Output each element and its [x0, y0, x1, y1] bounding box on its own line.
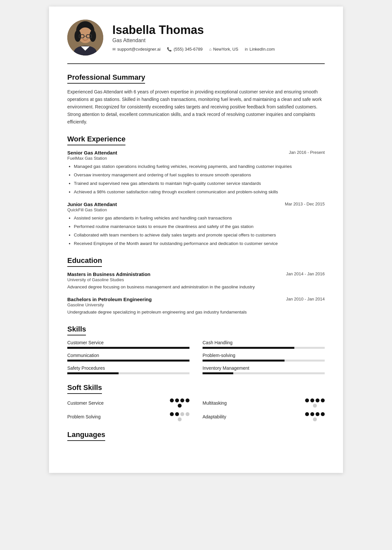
job-2-company: QuickFill Gas Station: [67, 207, 325, 212]
dot: [180, 398, 184, 402]
job-2-bullet-4: Received Employee of the Month award for…: [74, 240, 325, 247]
location-text: NewYork, US: [213, 47, 238, 52]
skill-safety-procedures-label: Safety Procedures: [67, 365, 189, 371]
dot: [175, 412, 179, 416]
dot: [180, 412, 184, 416]
job-1-bullets: Managed gas station operations including…: [67, 163, 325, 196]
candidate-name: Isabella Thomas: [112, 24, 325, 37]
dot: [305, 398, 309, 402]
contact-phone: 📞 (555) 345-6789: [167, 47, 203, 52]
job-2-header: Junior Gas Attendant Mar 2013 - Dec 2015: [67, 202, 325, 207]
job-2-date: Mar 2013 - Dec 2015: [285, 202, 325, 206]
soft-skills-title: Soft Skills: [67, 383, 102, 394]
skill-communication: Communication: [67, 353, 189, 362]
soft-skill-customer-service-dots: [170, 398, 189, 408]
edu-2-school: Gasoline University: [67, 302, 325, 307]
skill-problem-solving-fill: [203, 360, 285, 362]
job-2: Junior Gas Attendant Mar 2013 - Dec 2015…: [67, 202, 325, 247]
dot: [186, 412, 189, 416]
job-1-title: Senior Gas Attendant: [67, 150, 117, 155]
skill-cash-handling-bar: [203, 347, 325, 349]
professional-summary-text: Experienced Gas Attendant with 6 years o…: [67, 88, 325, 126]
education-section: Education Masters in Business Administra…: [67, 256, 325, 316]
work-experience-title: Work Experience: [67, 135, 125, 145]
soft-skill-problem-solving-dots: [170, 412, 189, 421]
job-2-bullets: Assisted senior gas attendants in fuelin…: [67, 215, 325, 247]
header-info: Isabella Thomas Gas Attendant ✉ support@…: [112, 24, 325, 52]
skill-problem-solving: Problem-solving: [203, 353, 325, 362]
skill-customer-service: Customer Service: [67, 340, 189, 349]
skill-safety-procedures: Safety Procedures: [67, 365, 189, 374]
edu-2-header: Bachelors in Petroleum Engineering Jan 2…: [67, 297, 325, 302]
edu-2-degree: Bachelors in Petroleum Engineering: [67, 297, 152, 302]
contact-location: ⌂ NewYork, US: [209, 47, 238, 52]
skills-title: Skills: [67, 325, 86, 335]
phone-text: (555) 345-6789: [173, 47, 203, 52]
skill-safety-procedures-fill: [67, 372, 119, 374]
skill-problem-solving-label: Problem-solving: [203, 353, 325, 358]
education-title: Education: [67, 256, 102, 267]
soft-skill-multitasking-dots: [305, 398, 325, 408]
skill-inventory-management-fill: [203, 372, 233, 374]
job-2-bullet-1: Assisted senior gas attendants in fuelin…: [74, 215, 325, 222]
contact-row: ✉ support@cvdesigner.ai 📞 (555) 345-6789…: [112, 47, 325, 52]
professional-summary-title: Professional Summary: [67, 73, 145, 84]
email-icon: ✉: [112, 47, 116, 52]
job-1-bullet-1: Managed gas station operations including…: [74, 163, 325, 170]
skill-safety-procedures-bar: [67, 372, 189, 374]
skill-inventory-management: Inventory Management: [203, 365, 325, 374]
work-experience-section: Work Experience Senior Gas Attendant Jan…: [67, 135, 325, 247]
skill-customer-service-fill: [67, 347, 189, 349]
edu-1-date: Jan 2014 - Jan 2016: [286, 271, 325, 276]
skill-cash-handling: Cash Handling: [203, 340, 325, 349]
svg-point-4: [90, 30, 96, 42]
skill-cash-handling-label: Cash Handling: [203, 340, 325, 345]
edu-1: Masters in Business Administration Jan 2…: [67, 271, 325, 291]
location-icon: ⌂: [209, 47, 211, 52]
dot: [170, 398, 174, 402]
dot: [321, 412, 325, 416]
email-text: support@cvdesigner.ai: [117, 47, 160, 52]
job-1-bullet-2: Oversaw inventory management and orderin…: [74, 172, 325, 179]
edu-2-desc: Undergraduate degree specializing in pet…: [67, 309, 325, 316]
header: Isabella Thomas Gas Attendant ✉ support@…: [67, 20, 325, 64]
skill-problem-solving-bar: [203, 360, 325, 362]
job-2-bullet-2: Performed routine maintenance tasks to e…: [74, 223, 325, 230]
dot: [310, 398, 314, 402]
dot: [313, 417, 317, 421]
soft-skill-adaptability-dots: [305, 412, 325, 421]
job-1-date: Jan 2016 - Present: [289, 150, 325, 155]
dot: [316, 398, 319, 402]
edu-1-desc: Advanced degree focusing on business man…: [67, 284, 325, 291]
job-2-bullet-3: Collaborated with team members to achiev…: [74, 232, 325, 239]
resume-container: Isabella Thomas Gas Attendant ✉ support@…: [49, 7, 343, 473]
edu-2: Bachelors in Petroleum Engineering Jan 2…: [67, 297, 325, 316]
soft-skill-problem-solving-label: Problem Solving: [67, 414, 101, 419]
edu-2-date: Jan 2010 - Jan 2014: [286, 297, 325, 301]
linkedin-icon: in: [245, 47, 248, 52]
dot: [178, 404, 182, 408]
phone-icon: 📞: [167, 47, 172, 52]
skill-customer-service-label: Customer Service: [67, 340, 189, 345]
soft-skills-section: Soft Skills Customer Service: [67, 383, 325, 421]
soft-skill-multitasking: Multitasking: [203, 398, 325, 408]
dot: [175, 398, 179, 402]
contact-email: ✉ support@cvdesigner.ai: [112, 47, 160, 52]
job-1-bullet-3: Trained and supervised new gas attendant…: [74, 180, 325, 187]
linkedin-text: LinkedIn.com: [250, 47, 275, 52]
skill-communication-label: Communication: [67, 353, 189, 358]
job-1: Senior Gas Attendant Jan 2016 - Present …: [67, 150, 325, 196]
soft-skill-multitasking-label: Multitasking: [203, 400, 227, 406]
skills-grid: Customer Service Cash Handling Communica…: [67, 340, 325, 374]
skill-inventory-management-label: Inventory Management: [203, 365, 325, 371]
soft-skill-adaptability: Adaptability: [203, 412, 325, 421]
skill-cash-handling-fill: [203, 347, 294, 349]
dot: [170, 412, 174, 416]
dot: [305, 412, 309, 416]
dot: [178, 417, 182, 421]
job-1-company: FuelMax Gas Station: [67, 156, 325, 161]
dot: [186, 398, 189, 402]
soft-skill-customer-service-label: Customer Service: [67, 400, 104, 406]
dot: [310, 412, 314, 416]
edu-1-header: Masters in Business Administration Jan 2…: [67, 271, 325, 277]
